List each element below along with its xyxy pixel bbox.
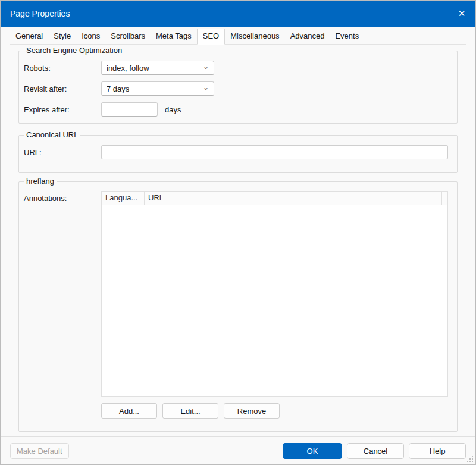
- add-button[interactable]: Add...: [101, 403, 157, 419]
- url-row: URL:: [24, 145, 448, 159]
- close-icon: ✕: [458, 8, 466, 19]
- column-header-url[interactable]: URL: [145, 192, 441, 205]
- window-title: Page Properties: [10, 9, 448, 18]
- revisit-dropdown[interactable]: 7 days ⌄: [101, 81, 214, 96]
- revisit-row: Revisit after: 7 days ⌄: [24, 81, 448, 96]
- revisit-value: 7 days: [107, 84, 129, 93]
- expires-unit-label: days: [165, 105, 181, 114]
- tab-general[interactable]: General: [10, 29, 48, 44]
- page-properties-dialog: Page Properties ✕ General Style Icons Sc…: [0, 0, 476, 465]
- robots-row: Robots: index, follow ⌄: [24, 61, 448, 75]
- help-button[interactable]: Help: [409, 443, 466, 459]
- footer-action-buttons: OK Cancel Help: [283, 443, 466, 459]
- expires-row: Expires after: days: [24, 102, 448, 117]
- hreflang-group: hreflang Annotations: Langua... URL Add.…: [18, 181, 458, 432]
- chevron-down-icon: ⌄: [203, 64, 209, 70]
- resize-grip[interactable]: [466, 455, 474, 463]
- hreflang-group-title: hreflang: [24, 177, 57, 186]
- annotations-row: Annotations: Langua... URL: [24, 191, 448, 397]
- expires-input[interactable]: [101, 102, 158, 117]
- chevron-down-icon: ⌄: [203, 84, 209, 90]
- annotations-table-body[interactable]: [102, 205, 447, 396]
- annotations-table: Langua... URL: [101, 191, 448, 397]
- tab-events[interactable]: Events: [330, 29, 364, 44]
- url-label: URL:: [24, 148, 101, 157]
- tab-style[interactable]: Style: [48, 29, 76, 44]
- tab-strip: General Style Icons Scrollbars Meta Tags…: [10, 29, 466, 45]
- seo-group-title: Search Engine Optimization: [24, 46, 124, 55]
- window-titlebar[interactable]: Page Properties ✕: [1, 1, 475, 27]
- tab-seo[interactable]: SEO: [197, 29, 225, 45]
- remove-button[interactable]: Remove: [224, 403, 280, 419]
- canonical-group-title: Canonical URL: [24, 130, 80, 139]
- annotations-table-header: Langua... URL: [102, 192, 447, 205]
- dialog-footer: Make Default OK Cancel Help: [1, 436, 475, 464]
- seo-group: Search Engine Optimization Robots: index…: [18, 51, 458, 124]
- robots-label: Robots:: [24, 64, 101, 73]
- tab-icons[interactable]: Icons: [76, 29, 105, 44]
- close-button[interactable]: ✕: [448, 1, 475, 27]
- expires-label: Expires after:: [24, 105, 101, 114]
- cancel-button[interactable]: Cancel: [347, 443, 404, 459]
- tab-miscellaneous[interactable]: Miscellaneous: [225, 29, 284, 44]
- tab-meta-tags[interactable]: Meta Tags: [151, 29, 197, 44]
- annotations-label: Annotations:: [24, 191, 101, 203]
- make-default-button[interactable]: Make Default: [10, 443, 69, 459]
- canonical-url-group: Canonical URL URL:: [18, 135, 458, 173]
- tab-scrollbars[interactable]: Scrollbars: [105, 29, 151, 44]
- robots-dropdown[interactable]: index, follow ⌄: [101, 61, 214, 75]
- column-header-end: [441, 192, 447, 205]
- url-input[interactable]: [101, 145, 448, 159]
- annotations-buttons: Add... Edit... Remove: [101, 403, 457, 419]
- ok-button[interactable]: OK: [283, 443, 342, 459]
- tab-advanced[interactable]: Advanced: [285, 29, 330, 44]
- revisit-label: Revisit after:: [24, 84, 101, 93]
- robots-value: index, follow: [107, 64, 149, 73]
- edit-button[interactable]: Edit...: [162, 403, 218, 419]
- column-header-language[interactable]: Langua...: [102, 192, 145, 205]
